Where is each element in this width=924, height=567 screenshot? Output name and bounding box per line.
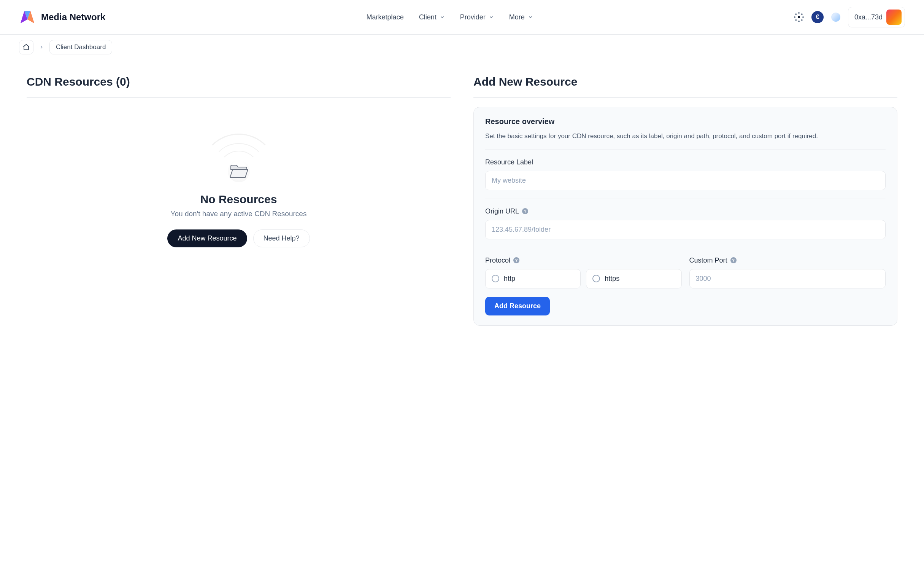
custom-port-label: Custom Port ? (689, 256, 886, 264)
chevron-down-icon (440, 14, 445, 20)
resource-label-field: Resource Label (485, 158, 886, 199)
main-content: CDN Resources (0) No Resources You don't… (0, 60, 924, 341)
empty-illustration (201, 122, 277, 183)
help-icon[interactable]: ? (522, 208, 528, 214)
resources-section: CDN Resources (0) No Resources You don't… (27, 75, 451, 247)
nav-marketplace-label: Marketplace (367, 13, 404, 21)
help-icon[interactable]: ? (730, 257, 737, 263)
logo-icon (19, 9, 36, 25)
wallet-address: 0xa...73d (854, 13, 883, 21)
currency-badge[interactable]: € (811, 11, 824, 23)
radio-icon (592, 275, 600, 282)
protocol-label: Protocol ? (485, 256, 682, 264)
protocol-https-label: https (605, 275, 619, 283)
breadcrumb-current[interactable]: Client Dashboard (49, 40, 112, 54)
currency-symbol: € (816, 14, 819, 21)
nav-more-label: More (509, 13, 525, 21)
theme-toggle-icon[interactable] (831, 13, 840, 22)
header-left: Media Network (19, 9, 105, 25)
protocol-radio-group: http https (485, 269, 682, 288)
add-resource-section: Add New Resource Resource overview Set t… (473, 75, 897, 326)
add-resource-title: Add New Resource (473, 75, 897, 98)
resources-title: CDN Resources (0) (27, 75, 451, 98)
home-button[interactable] (19, 40, 33, 54)
resource-label-input[interactable] (485, 171, 886, 190)
wallet-button[interactable]: 0xa...73d (848, 7, 905, 27)
wallet-avatar (886, 10, 902, 25)
origin-url-label: Origin URL ? (485, 207, 886, 215)
origin-url-input[interactable] (485, 220, 886, 239)
chevron-down-icon (528, 14, 533, 20)
home-icon (22, 43, 30, 51)
custom-port-text: Custom Port (689, 256, 727, 264)
help-icon[interactable]: ? (513, 257, 519, 263)
empty-state: No Resources You don't have any active C… (27, 107, 451, 247)
empty-actions: Add New Resource Need Help? (167, 229, 310, 247)
protocol-text: Protocol (485, 256, 510, 264)
submit-add-resource-button[interactable]: Add Resource (485, 297, 550, 315)
add-resource-button[interactable]: Add New Resource (167, 229, 247, 247)
brand-logo[interactable]: Media Network (19, 9, 105, 25)
nav-more[interactable]: More (509, 13, 533, 21)
brand-name: Media Network (41, 12, 105, 22)
app-header: Media Network Marketplace Client Provide… (0, 0, 924, 35)
header-right: € 0xa...73d (794, 7, 905, 27)
folder-open-icon (229, 163, 248, 180)
origin-url-field: Origin URL ? (485, 207, 886, 248)
nav-provider-label: Provider (460, 13, 486, 21)
chevron-right-icon (39, 45, 44, 50)
custom-port-input[interactable] (689, 269, 886, 288)
nav-client-label: Client (419, 13, 437, 21)
nav-provider[interactable]: Provider (460, 13, 494, 21)
empty-subtitle: You don't have any active CDN Resources (171, 210, 307, 218)
breadcrumb: Client Dashboard (0, 35, 924, 60)
protocol-port-row: Protocol ? http https (485, 256, 886, 291)
panel-description: Set the basic settings for your CDN reso… (485, 131, 886, 150)
chevron-down-icon (489, 14, 494, 20)
resource-label-text: Resource Label (485, 158, 533, 166)
radio-icon (492, 275, 499, 282)
protocol-https-option[interactable]: https (586, 269, 681, 288)
network-status-icon[interactable] (794, 12, 804, 22)
custom-port-field: Custom Port ? (689, 256, 886, 288)
nav-marketplace[interactable]: Marketplace (367, 13, 404, 21)
protocol-field: Protocol ? http https (485, 256, 682, 288)
panel-title: Resource overview (485, 117, 886, 126)
protocol-http-label: http (504, 275, 515, 283)
origin-url-text: Origin URL (485, 207, 519, 215)
resource-form-panel: Resource overview Set the basic settings… (473, 107, 897, 326)
protocol-http-option[interactable]: http (485, 269, 581, 288)
nav-client[interactable]: Client (419, 13, 445, 21)
need-help-button[interactable]: Need Help? (253, 229, 310, 247)
main-nav: Marketplace Client Provider More (367, 13, 533, 21)
resource-label-label: Resource Label (485, 158, 886, 166)
